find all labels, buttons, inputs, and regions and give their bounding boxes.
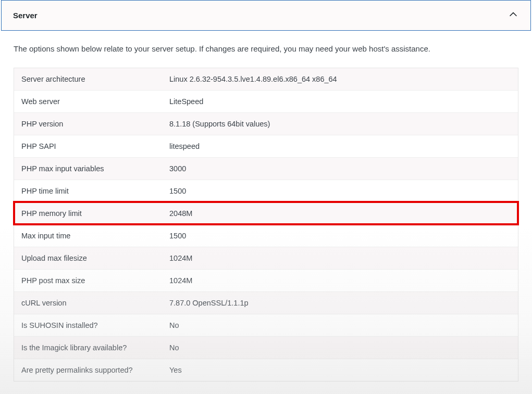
table-row: PHP post max size1024M	[14, 269, 518, 291]
row-value: Linux 2.6.32-954.3.5.lve1.4.89.el6.x86_6…	[162, 68, 518, 90]
row-label: Are pretty permalinks supported?	[14, 359, 162, 381]
panel-title: Server	[13, 11, 38, 20]
table-row: Server architectureLinux 2.6.32-954.3.5.…	[14, 68, 518, 90]
table-row: Web serverLiteSpeed	[14, 90, 518, 112]
table-row: Upload max filesize1024M	[14, 247, 518, 269]
server-info-table: Server architectureLinux 2.6.32-954.3.5.…	[14, 68, 518, 382]
row-value: No	[162, 337, 518, 359]
row-value: LiteSpeed	[162, 91, 518, 112]
table-row: Is the Imagick library available?No	[14, 336, 518, 359]
row-label: PHP post max size	[14, 270, 162, 291]
row-value: No	[162, 314, 518, 336]
row-value: 8.1.18 (Supports 64bit values)	[162, 113, 518, 135]
row-label: PHP time limit	[14, 180, 162, 202]
row-value: 7.87.0 OpenSSL/1.1.1p	[162, 292, 518, 314]
table-row: Are pretty permalinks supported?Yes	[14, 359, 518, 381]
row-value: 1024M	[162, 270, 518, 291]
row-label: PHP SAPI	[14, 135, 162, 157]
panel-header[interactable]: Server	[2, 1, 530, 30]
panel-description: The options shown below relate to your s…	[14, 43, 518, 55]
row-value: 1024M	[162, 247, 518, 269]
table-row: PHP time limit1500	[14, 180, 518, 202]
row-value: litespeed	[162, 135, 518, 157]
row-value: 3000	[162, 158, 518, 180]
server-panel: Server	[1, 0, 531, 31]
row-label: PHP version	[14, 113, 162, 135]
row-label: Server architecture	[14, 68, 162, 90]
row-label: Is the Imagick library available?	[14, 337, 162, 359]
chevron-up-icon	[508, 9, 519, 22]
row-label: Web server	[14, 91, 162, 112]
row-value: 1500	[162, 225, 518, 247]
table-row: Max input time1500	[14, 224, 518, 247]
table-row: PHP memory limit2048M	[14, 202, 518, 224]
row-value: Yes	[162, 359, 518, 381]
panel-content: The options shown below relate to your s…	[0, 31, 532, 382]
row-label: PHP max input variables	[14, 158, 162, 180]
row-value: 2048M	[162, 202, 518, 224]
row-label: Max input time	[14, 225, 162, 247]
row-label: cURL version	[14, 292, 162, 314]
row-label: PHP memory limit	[14, 202, 162, 224]
table-row: PHP SAPIlitespeed	[14, 135, 518, 157]
table-row: PHP version8.1.18 (Supports 64bit values…	[14, 112, 518, 135]
row-label: Upload max filesize	[14, 247, 162, 269]
row-label: Is SUHOSIN installed?	[14, 314, 162, 336]
table-row: PHP max input variables3000	[14, 157, 518, 180]
table-row: Is SUHOSIN installed?No	[14, 314, 518, 336]
table-row: cURL version7.87.0 OpenSSL/1.1.1p	[14, 291, 518, 314]
row-value: 1500	[162, 180, 518, 202]
